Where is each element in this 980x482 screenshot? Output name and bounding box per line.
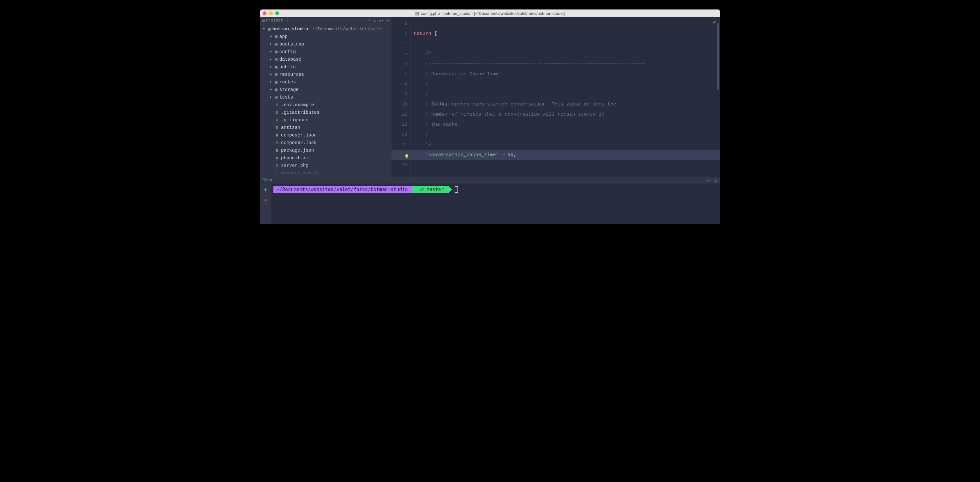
tree-file[interactable]: ▥artisan	[260, 124, 391, 131]
new-terminal-session-button[interactable]: +	[264, 187, 267, 193]
file-icon: ▥	[275, 124, 279, 131]
prompt-path-text: ~/Documents/websites/valet/forks/botman-…	[277, 187, 407, 192]
code-line[interactable]: /*	[410, 49, 720, 59]
project-view-icon[interactable]: ▥	[262, 18, 264, 23]
code-line[interactable]: return [	[410, 29, 720, 38]
tree-folder[interactable]: ▶▣routes	[260, 78, 391, 86]
folder-name: database	[279, 56, 302, 63]
settings-gear-icon[interactable]: ✲▾	[379, 18, 384, 23]
terminal-tab[interactable]: Term...	[262, 178, 278, 183]
line-number: 3	[391, 29, 407, 38]
code-line[interactable]: */	[410, 140, 720, 150]
tree-file[interactable]: ▤.env.example	[260, 101, 391, 109]
tree-file[interactable]: ▤server.php	[260, 162, 391, 169]
expand-arrow-icon[interactable]: ▶	[269, 33, 273, 40]
folder-icon: ▣	[275, 63, 277, 71]
expand-arrow-icon[interactable]: ▼	[262, 25, 266, 33]
tree-folder[interactable]: ▶▣resources	[260, 71, 391, 78]
folder-icon: ▣	[275, 86, 277, 94]
expand-arrow-icon[interactable]: ▶	[269, 86, 273, 94]
code-line[interactable]	[410, 160, 720, 170]
root-name: botman-studio	[272, 25, 308, 33]
folder-icon: ▣	[275, 48, 277, 56]
code-line[interactable]: | the cache.	[410, 120, 720, 129]
code-line[interactable]	[410, 38, 720, 49]
project-view-dropdown-icon[interactable]: ▾	[286, 19, 288, 22]
file-icon: ▤	[275, 101, 279, 109]
intention-bulb-icon[interactable]: 💡	[404, 152, 409, 162]
folder-name: bootstrap	[279, 40, 304, 48]
folder-name: resources	[279, 71, 304, 78]
line-number: 13	[391, 129, 407, 140]
file-icon: ▤	[275, 139, 279, 147]
expand-arrow-icon[interactable]: ▶	[269, 63, 273, 71]
tree-file[interactable]: ▦package.json	[260, 147, 391, 154]
maximize-window-button[interactable]	[275, 11, 279, 15]
folder-icon: ▣	[275, 33, 277, 40]
minimize-window-button[interactable]	[269, 11, 273, 15]
collapse-all-icon[interactable]: ⇵	[374, 18, 376, 23]
tree-file[interactable]: ▦composer.json	[260, 131, 391, 139]
hide-panel-icon[interactable]: ⇤	[387, 18, 390, 23]
code-line[interactable]: | BotMan caches each started conversatio…	[410, 99, 720, 109]
title-text: config.php - botman_studio - [~/Document…	[421, 11, 565, 16]
project-tool-header: ▥ Project ▾ ⌖ ⇵ ✲▾ ⇤	[260, 17, 391, 24]
tree-folder[interactable]: ▶▣storage	[260, 86, 391, 94]
code-line[interactable]: | Conversation Cache Time	[410, 69, 720, 79]
close-terminal-session-button[interactable]: ×	[264, 198, 267, 203]
project-view-label[interactable]: Project	[266, 18, 283, 23]
file-icon: ▤	[275, 116, 279, 124]
close-window-button[interactable]	[262, 11, 266, 15]
expand-arrow-icon[interactable]: ▶	[269, 40, 273, 48]
file-name: package.json	[281, 147, 314, 154]
tree-file[interactable]: ▤.gitattributes	[260, 109, 391, 116]
tree-root[interactable]: ▼ ▣ botman-studio ~/Documents/websites/v…	[260, 25, 391, 33]
window-controls	[262, 11, 279, 15]
terminal-content[interactable]: ~/Documents/websites/valet/forks/botman-…	[271, 184, 720, 224]
terminal-body: + × ~/Documents/websites/valet/forks/bot…	[260, 184, 720, 224]
window-title: ▤ config.php - botman_studio - [~/Docume…	[260, 11, 720, 16]
tree-children: ▶▣app▶▣bootstrap▶▣config▶▣database▶▣publ…	[260, 33, 391, 177]
tree-folder[interactable]: ▶▣bootstrap	[260, 40, 391, 48]
tree-file[interactable]: ▤.gitignore	[260, 116, 391, 124]
code-line[interactable]: | number of minutes that a conversation …	[410, 109, 720, 120]
code-line[interactable]: |	[410, 89, 720, 99]
code-line[interactable]: |---------------------------------------…	[410, 59, 720, 69]
file-name: artisan	[281, 124, 300, 131]
tree-folder[interactable]: ▶▣database	[260, 56, 391, 63]
folder-name: app	[279, 33, 288, 40]
terminal-settings-icon[interactable]: ✲▾	[706, 178, 711, 183]
tree-folder[interactable]: ▶▣public	[260, 63, 391, 71]
expand-arrow-icon[interactable]: ▶	[269, 48, 273, 56]
tree-file[interactable]: ▦phpunit.xml	[260, 154, 391, 162]
code-line[interactable]: |---------------------------------------…	[410, 79, 720, 89]
line-number: 6	[391, 59, 407, 69]
folder-icon: ▣	[275, 71, 277, 78]
code-editor[interactable]: ✔ 2345678910111213141516 return [ /* |--…	[391, 17, 720, 177]
code-line[interactable]	[410, 18, 720, 29]
locate-icon[interactable]: ⌖	[368, 18, 370, 23]
expand-arrow-icon[interactable]: ▶	[269, 56, 273, 63]
tree-folder[interactable]: ▶▣tests	[260, 94, 391, 101]
expand-arrow-icon[interactable]: ▶	[269, 71, 273, 78]
code-line[interactable]: |	[410, 129, 720, 140]
expand-arrow-icon[interactable]: ▶	[269, 78, 273, 86]
file-name: composer.lock	[281, 139, 317, 147]
line-number: 4	[391, 38, 407, 49]
terminal-hide-icon[interactable]: ⤓	[714, 178, 718, 183]
tree-file[interactable]: ▤composer.lock	[260, 139, 391, 147]
folder-name: routes	[279, 78, 296, 86]
tree-file[interactable]: ▥webpack.mix.js	[260, 169, 391, 177]
terminal-panel: Term... ✲▾ ⤓ + × ~/Documents/websites/va…	[260, 177, 720, 224]
prompt-path-segment: ~/Documents/websites/valet/forks/botman-…	[274, 186, 412, 193]
tree-folder[interactable]: ▶▣config	[260, 48, 391, 56]
tree-folder[interactable]: ▶▣app	[260, 33, 391, 40]
editor-code[interactable]: return [ /* |---------------------------…	[410, 17, 720, 177]
main-area: ▥ Project ▾ ⌖ ⇵ ✲▾ ⇤ ▼ ▣ botman-studio ~…	[260, 17, 720, 177]
code-line[interactable]: 💡 'conversation_cache_time' ⇒ 30,	[410, 150, 720, 160]
expand-arrow-icon[interactable]: ▶	[269, 94, 273, 101]
project-tree[interactable]: ▼ ▣ botman-studio ~/Documents/websites/v…	[260, 24, 391, 177]
terminal-cursor	[455, 186, 458, 193]
root-path: ~/Documents/websites/vale…	[313, 25, 384, 33]
file-icon: ▦	[275, 147, 279, 154]
